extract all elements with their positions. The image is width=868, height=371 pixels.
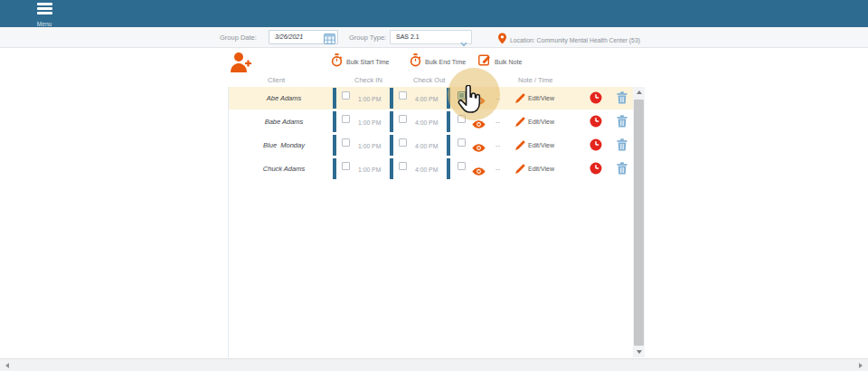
horizontal-scrollbar[interactable] [0, 358, 868, 371]
column-divider [390, 88, 393, 109]
edit-view-link[interactable]: Edit/View [515, 134, 554, 157]
location-text: Location: Community Mental Health Center… [510, 37, 640, 43]
time-alert-icon[interactable] [590, 115, 602, 131]
group-date-value: 3/26/2021 [275, 31, 303, 43]
chevron-down-icon [460, 34, 467, 51]
note-value: -- [495, 134, 501, 157]
pencil-icon [515, 90, 525, 107]
edit-view-label: Edit/View [528, 119, 554, 125]
delete-icon[interactable] [617, 138, 627, 155]
column-divider [333, 158, 336, 179]
bulk-note-label: Bulk Note [495, 59, 522, 65]
column-divider [447, 158, 450, 179]
check-out-checkbox[interactable] [399, 91, 407, 100]
client-name: Chuck Adams [234, 157, 334, 180]
location-display: Location: Community Mental Health Center… [498, 32, 640, 48]
column-header-client: Client [268, 76, 285, 84]
group-type-select[interactable]: SAS 2.1 [390, 30, 472, 44]
check-out-checkbox[interactable] [399, 138, 407, 147]
time-alert-icon[interactable] [590, 138, 602, 155]
scroll-down-button[interactable] [633, 347, 645, 357]
group-type-label: Group Type: [349, 33, 386, 42]
pencil-icon [515, 138, 525, 154]
pencil-icon [515, 114, 525, 130]
time-alert-icon[interactable] [590, 162, 602, 178]
bulk-start-time-label: Bulk Start Time [346, 59, 389, 65]
column-divider [333, 111, 336, 132]
view-note-icon[interactable] [471, 117, 486, 133]
check-in-checkbox[interactable] [342, 115, 350, 123]
bulk-end-time-button[interactable]: Bulk End Time [410, 53, 466, 71]
column-divider [333, 88, 336, 109]
bulk-start-time-button[interactable]: Bulk Start Time [331, 53, 389, 71]
check-out-checkbox[interactable] [399, 115, 407, 123]
note-checkbox[interactable] [458, 138, 466, 147]
check-in-checkbox[interactable] [342, 138, 350, 147]
check-out-checkbox[interactable] [399, 162, 407, 170]
time-alert-icon[interactable] [590, 91, 602, 108]
edit-view-label: Edit/View [528, 142, 554, 148]
add-client-button[interactable] [229, 51, 252, 79]
check-in-time: 1:00 PM [358, 134, 381, 157]
location-pin-icon [498, 32, 506, 48]
column-divider [333, 135, 336, 156]
vertical-scrollbar[interactable] [633, 87, 645, 357]
menu-button[interactable]: Menu [25, 3, 63, 27]
column-divider [447, 111, 450, 132]
toolbar: Group Date: 3/26/2021 Group Type: SAS 2.… [0, 27, 868, 48]
check-out-time: 4:00 PM [415, 87, 438, 109]
table-row: Blue Monday 1:00 PM 4:00 PM -- Edit/View [229, 134, 634, 157]
edit-view-label: Edit/View [528, 166, 554, 172]
bulk-note-button[interactable]: Bulk Note [478, 53, 522, 70]
client-name: Babe Adams [234, 110, 334, 133]
delete-icon[interactable] [617, 91, 627, 108]
client-name: Blue Monday [234, 134, 334, 157]
column-divider [390, 135, 393, 156]
client-name: Abe Adams [234, 87, 334, 109]
note-checkbox[interactable] [458, 115, 466, 123]
group-type-value: SAS 2.1 [396, 31, 420, 43]
group-date-input[interactable]: 3/26/2021 [269, 30, 338, 44]
scrollbar-thumb[interactable] [634, 100, 644, 346]
calendar-icon[interactable] [324, 32, 335, 48]
check-in-checkbox[interactable] [342, 162, 350, 170]
delete-icon[interactable] [617, 115, 627, 131]
column-divider [390, 111, 393, 132]
edit-view-label: Edit/View [528, 95, 554, 101]
pencil-icon [515, 161, 525, 177]
column-header-check-out: Check Out [413, 76, 445, 84]
check-in-checkbox[interactable] [342, 91, 350, 100]
edit-view-link[interactable]: Edit/View [515, 110, 554, 133]
stopwatch-icon [410, 53, 421, 71]
stopwatch-icon [331, 53, 343, 71]
delete-icon[interactable] [617, 162, 627, 178]
check-out-time: 4:00 PM [415, 110, 438, 133]
view-note-icon[interactable] [471, 140, 486, 157]
scroll-right-button[interactable] [859, 363, 863, 368]
scroll-left-button[interactable] [5, 363, 9, 368]
app-header: Menu [0, 0, 868, 27]
client-table: Abe Adams 1:00 PM 4:00 PM -- Edit/View B… [228, 87, 645, 357]
note-checkbox[interactable] [458, 162, 466, 170]
note-edit-icon [478, 53, 491, 70]
note-checkbox[interactable] [458, 91, 466, 100]
column-header-note-time: Note / Time [518, 76, 552, 84]
column-divider [447, 135, 450, 156]
note-value: -- [495, 157, 501, 180]
screen: Menu Group Date: 3/26/2021 Group Type: S… [0, 0, 868, 371]
note-value: -- [495, 110, 501, 133]
table-row: Chuck Adams 1:00 PM 4:00 PM -- Edit/View [229, 157, 634, 180]
group-date-label: Group Date: [220, 33, 257, 42]
column-divider [447, 88, 450, 109]
scroll-up-button[interactable] [633, 87, 645, 98]
check-in-time: 1:00 PM [358, 157, 381, 180]
table-row: Abe Adams 1:00 PM 4:00 PM -- Edit/View [229, 87, 634, 109]
check-in-time: 1:00 PM [358, 110, 381, 133]
edit-view-link[interactable]: Edit/View [515, 87, 554, 109]
hamburger-icon [37, 3, 52, 16]
view-note-icon[interactable] [471, 164, 486, 180]
bulk-end-time-label: Bulk End Time [425, 59, 466, 65]
view-note-icon[interactable] [471, 93, 486, 109]
column-divider [390, 158, 393, 179]
edit-view-link[interactable]: Edit/View [515, 157, 554, 180]
